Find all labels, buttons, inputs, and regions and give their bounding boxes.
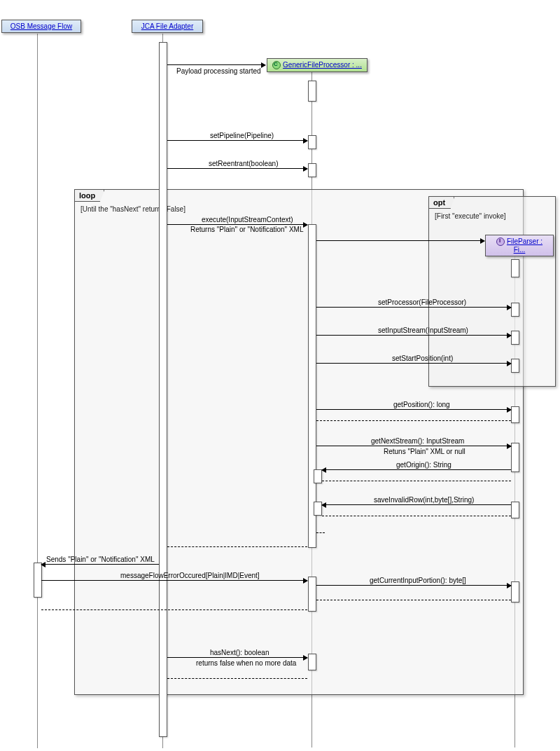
activation-gfp-2 xyxy=(308,135,316,149)
arrow-m9 xyxy=(316,446,511,446)
return-m8 xyxy=(316,420,511,421)
label-m7: setStartPosition(int) xyxy=(392,354,453,362)
return-m10 xyxy=(322,481,511,481)
return-m13 xyxy=(41,609,307,610)
activation-fp-3 xyxy=(511,359,519,373)
return-m14 xyxy=(316,600,511,600)
arrow-m2 xyxy=(167,140,307,141)
arrow-m6 xyxy=(316,335,511,336)
activation-fp-5 xyxy=(511,443,519,472)
arrow-m13 xyxy=(41,580,307,581)
label-m6: setInputStream(InputStream) xyxy=(378,326,468,334)
lifeline-gfp[interactable]: GenericFileProcessor : ... xyxy=(267,58,368,72)
activation-gfp-1 xyxy=(308,81,316,102)
activation-gfp-3 xyxy=(308,163,316,177)
label-m1: Payload processing started xyxy=(176,67,261,75)
label-m9r: Retuns "Plain" XML or null xyxy=(384,448,465,455)
lifeline-osb-line xyxy=(37,34,38,748)
activation-gfp-4 xyxy=(308,224,316,548)
label-m9: getNextStream(): InputStream xyxy=(371,437,464,445)
label-m11: saveInvalidRow(int,byte[],String) xyxy=(374,496,474,504)
activation-gfp-5 xyxy=(308,577,316,612)
activation-fp-1 xyxy=(511,303,519,317)
return-nested xyxy=(316,532,325,533)
label-m3: setReentrant(boolean) xyxy=(209,160,279,167)
arrow-m3 xyxy=(167,168,307,169)
label-m4r: Returns "Plain" or "Notification" XML xyxy=(190,226,303,233)
control-icon xyxy=(272,61,281,69)
arrow-m5 xyxy=(316,307,511,308)
interface-icon xyxy=(496,237,505,246)
arrow-m8 xyxy=(316,409,511,410)
fragment-loop-guard: [Until the "hasNext" returns False] xyxy=(80,205,186,213)
arrow-m14 xyxy=(316,585,511,586)
return-m11 xyxy=(322,516,511,516)
fragment-loop-label: loop xyxy=(75,190,104,202)
label-m10: getOrigin(): String xyxy=(396,461,451,469)
activation-jca xyxy=(159,42,167,737)
activation-gfp-6 xyxy=(308,654,316,670)
label-m12: Sends "Plain" or "Notification" XML xyxy=(46,556,155,563)
lifeline-fp[interactable]: FileParser : Fi... xyxy=(485,235,554,256)
activation-fp-2 xyxy=(511,331,519,345)
label-m2: setPipeline(Pipeline) xyxy=(210,132,274,139)
lifeline-jca[interactable]: JCA File Adapter xyxy=(132,20,203,33)
activation-fp-7 xyxy=(511,581,519,602)
label-m15r: returns false when no more data xyxy=(196,659,296,667)
arrow-m7 xyxy=(316,363,511,364)
return-execute xyxy=(167,546,307,547)
arrow-fp-create xyxy=(316,240,484,241)
arrow-m10 xyxy=(322,469,511,470)
activation-fp-6 xyxy=(511,502,519,518)
lifeline-gfp-label: GenericFileProcessor : ... xyxy=(283,61,362,69)
label-m5: setProcessor(FileProcessor) xyxy=(378,298,466,306)
label-m15: hasNext(): boolean xyxy=(210,649,270,656)
return-m15 xyxy=(167,678,307,679)
lifeline-fp-label: FileParser : Fi... xyxy=(507,237,542,254)
activation-fp-4 xyxy=(511,406,519,423)
label-m13: messageFlowErrorOccured[Plain|IMD|Event] xyxy=(120,572,260,579)
arrow-m4 xyxy=(167,224,307,225)
arrow-m12 xyxy=(41,564,159,565)
label-m8: getPosition(): long xyxy=(393,401,450,408)
fragment-opt-guard: [First "execute" invoke] xyxy=(435,212,506,220)
arrow-m15 xyxy=(167,657,307,658)
fragment-opt-label: opt xyxy=(429,197,454,209)
lifeline-osb[interactable]: OSB Message Flow xyxy=(1,20,81,33)
label-m4: execute(InputStreamContext) xyxy=(202,216,293,223)
label-m14: getCurrentInputPortion(): byte[] xyxy=(370,577,466,584)
arrow-m1 xyxy=(167,64,265,65)
activation-fp-0 xyxy=(511,259,519,277)
arrow-m11 xyxy=(322,504,511,505)
lifeline-osb-label: OSB Message Flow xyxy=(10,22,72,30)
lifeline-jca-label: JCA File Adapter xyxy=(141,22,193,30)
